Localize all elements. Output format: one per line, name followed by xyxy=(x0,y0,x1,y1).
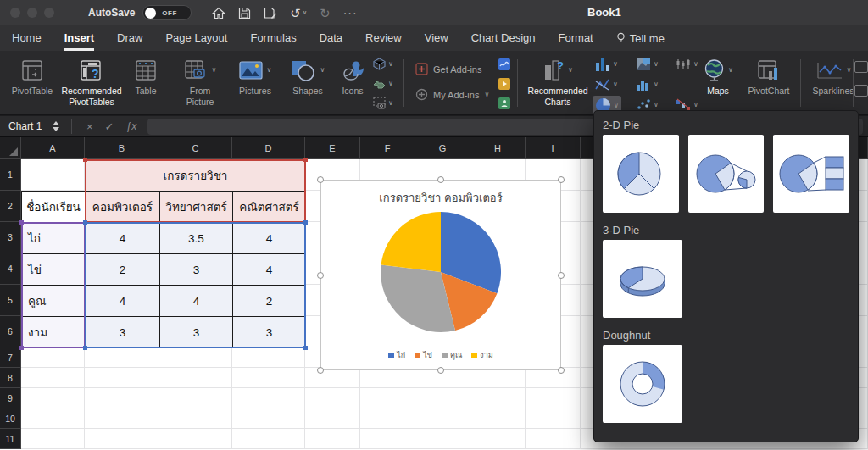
grid-cell[interactable] xyxy=(232,368,305,388)
row-header-1[interactable]: 1 xyxy=(0,159,21,191)
cell-c2[interactable]: วิทยาศาสตร์ xyxy=(159,191,233,223)
grid-cell[interactable] xyxy=(21,388,85,408)
chart-resize-handle[interactable] xyxy=(437,367,444,374)
tab-insert[interactable]: Insert xyxy=(64,25,94,51)
column-header-H[interactable]: H xyxy=(470,137,526,159)
grid-cell[interactable] xyxy=(470,368,526,388)
grid-cell[interactable] xyxy=(232,347,305,368)
timeline-icon[interactable] xyxy=(854,85,868,97)
zoom-window-button[interactable] xyxy=(44,8,54,18)
row-header-3[interactable]: 3 xyxy=(0,222,21,253)
tab-data[interactable]: Data xyxy=(320,25,342,51)
tab-chart-design[interactable]: Chart Design xyxy=(471,25,536,51)
tab-tell-me[interactable]: Tell me xyxy=(616,25,665,51)
close-window-button[interactable] xyxy=(10,8,20,18)
grid-cell[interactable] xyxy=(470,388,526,408)
insert-histogram-chart-button[interactable]: ∨ xyxy=(636,78,659,92)
row-header-9[interactable]: 9 xyxy=(0,388,21,408)
tab-formulas[interactable]: Formulas xyxy=(250,25,296,51)
grid-cell[interactable] xyxy=(526,429,581,449)
cell-d4[interactable]: 4 xyxy=(232,253,306,286)
tab-draw[interactable]: Draw xyxy=(117,25,142,51)
menu-option-3d-pie[interactable] xyxy=(603,240,682,318)
row-header-5[interactable]: 5 xyxy=(0,285,21,316)
grid-cell[interactable] xyxy=(470,408,526,429)
grid-cell[interactable] xyxy=(21,368,85,388)
menu-option-pie-of-pie[interactable] xyxy=(688,135,765,213)
pivottable-button[interactable]: PivotTable xyxy=(5,51,59,97)
grid-cell[interactable] xyxy=(232,388,305,408)
cell-b6[interactable]: 3 xyxy=(85,316,160,348)
row-header-4[interactable]: 4 xyxy=(0,253,21,285)
grid-cell[interactable] xyxy=(21,408,85,429)
select-all-button[interactable] xyxy=(0,137,21,159)
enter-icon[interactable]: ✓ xyxy=(105,120,114,133)
cell-c6[interactable]: 3 xyxy=(159,316,233,348)
more-commands-icon[interactable]: ··· xyxy=(343,6,358,19)
home-icon[interactable] xyxy=(212,7,225,19)
chart-resize-handle[interactable] xyxy=(317,367,324,374)
cell-b3[interactable]: 4 xyxy=(85,222,160,254)
grid-cell[interactable] xyxy=(526,368,581,388)
menu-option-doughnut[interactable] xyxy=(603,345,682,423)
insert-line-chart-button[interactable]: ∨ xyxy=(595,78,618,92)
column-header-D[interactable]: D xyxy=(232,137,305,159)
grid-cell[interactable] xyxy=(470,429,526,449)
grid-cell[interactable] xyxy=(415,408,470,429)
column-header-E[interactable]: E xyxy=(305,137,360,159)
column-header-A[interactable]: A xyxy=(21,137,85,159)
shapes-button[interactable]: ∨ Shapes xyxy=(283,51,332,97)
chart-resize-handle[interactable] xyxy=(558,272,565,279)
screenshot-button[interactable]: ∨ xyxy=(373,97,393,109)
tab-home[interactable]: Home xyxy=(12,25,42,51)
grid-cell[interactable] xyxy=(159,429,232,449)
save-as-icon[interactable] xyxy=(264,7,277,19)
column-header-F[interactable]: F xyxy=(360,137,415,159)
cell-b4[interactable]: 2 xyxy=(85,253,160,286)
chart-resize-handle[interactable] xyxy=(558,176,565,183)
grid-cell[interactable] xyxy=(21,429,85,449)
grid-cell[interactable] xyxy=(360,368,415,388)
pivotchart-button[interactable]: PivotChart xyxy=(743,51,795,97)
row-header-8[interactable]: 8 xyxy=(0,368,21,388)
pictures-button[interactable]: ∨ Pictures xyxy=(231,51,280,97)
cell-c4[interactable]: 3 xyxy=(159,253,233,286)
grid-cell[interactable] xyxy=(526,388,581,408)
name-box-stepper[interactable] xyxy=(49,121,63,131)
row-header-10[interactable]: 10 xyxy=(0,408,21,429)
row-header-7[interactable]: 7 xyxy=(0,347,21,368)
grid-cell[interactable] xyxy=(21,347,85,368)
grid-cell[interactable] xyxy=(85,368,159,388)
cell-a6[interactable]: งาม xyxy=(21,316,86,348)
grid-cell[interactable] xyxy=(85,347,159,368)
autosave-toggle[interactable]: OFF xyxy=(142,5,192,20)
recent-addin-green[interactable] xyxy=(498,97,510,109)
menu-option-bar-of-pie[interactable] xyxy=(773,135,849,213)
recent-addin-yellow[interactable] xyxy=(498,78,510,90)
cell-b5[interactable]: 4 xyxy=(85,285,160,317)
cell-b2[interactable]: คอมพิวเตอร์ xyxy=(85,191,160,223)
grid-cell[interactable] xyxy=(85,408,159,429)
recommended-charts-button[interactable]: ? ∨ Recommended Charts xyxy=(524,51,592,107)
tab-page-layout[interactable]: Page Layout xyxy=(165,25,227,51)
row-header-11[interactable]: 11 xyxy=(0,429,21,449)
tab-format[interactable]: Format xyxy=(559,25,593,51)
cell-a2[interactable]: ชื่อนักเรียน xyxy=(21,191,86,223)
icons-button[interactable]: Icons xyxy=(336,51,370,97)
grid-cell[interactable] xyxy=(159,347,232,368)
insert-area-chart-button[interactable]: ∨ xyxy=(636,58,659,71)
grid-cell[interactable] xyxy=(305,408,360,429)
cancel-icon[interactable]: × xyxy=(86,120,93,133)
grid-cell[interactable] xyxy=(159,408,232,429)
grid-cell[interactable] xyxy=(232,408,305,429)
chart-resize-handle[interactable] xyxy=(558,367,565,374)
recent-addin-blue[interactable] xyxy=(498,58,510,70)
my-addins-button[interactable]: My Add-ins ∨ xyxy=(415,88,489,101)
insert-column-chart-button[interactable]: ∨ xyxy=(595,58,618,71)
embedded-pie-chart[interactable]: เกรดรายวิชา คอมพิวเตอร์ ไก่ไข่คูณงาม xyxy=(320,180,561,370)
cell-d5[interactable]: 2 xyxy=(232,285,306,317)
column-header-B[interactable]: B xyxy=(85,137,159,159)
grid-cell[interactable] xyxy=(305,388,360,408)
grid-cell[interactable] xyxy=(159,388,232,408)
menu-option-pie[interactable] xyxy=(603,135,679,213)
